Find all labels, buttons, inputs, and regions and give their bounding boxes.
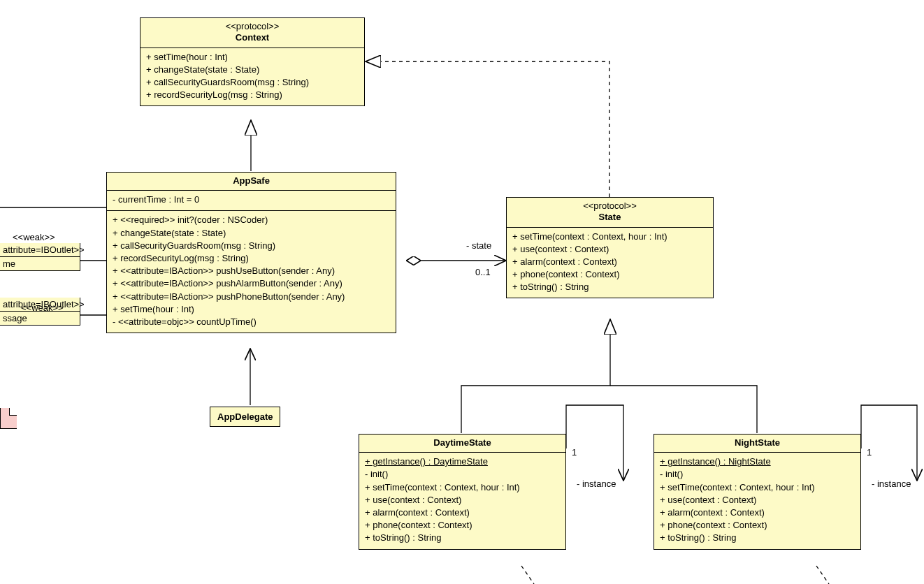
class-state[interactable]: <<protocol>> State + setTime(context : C… <box>506 197 714 298</box>
note-icon <box>0 408 17 429</box>
context-m3: + callSecurityGuardsRoom(msg : String) <box>146 76 359 89</box>
label-weak-b: <<weak>> <box>21 302 64 313</box>
appsafe-header: AppSafe <box>107 173 396 191</box>
context-methods: + setTime(hour : Int) + changeState(stat… <box>140 48 364 106</box>
class-nightstate[interactable]: NightState + getInstance() : NightState … <box>654 434 861 550</box>
night-m3: + setTime(context : Context, hour : Int) <box>660 481 855 494</box>
appsafe-m1: + <<required>> init?(coder : NSCoder) <box>113 214 390 226</box>
appsafe-m7: + <<attribute=IBAction>> pushPhoneButton… <box>113 291 390 303</box>
night-header: NightState <box>654 435 860 453</box>
label-night-instance: - instance <box>872 479 911 489</box>
context-stereotype: <<protocol>> <box>146 21 359 32</box>
daytime-m1: + getInstance() : DaytimeState <box>365 455 560 468</box>
daytime-m5: + alarm(context : Context) <box>365 506 560 519</box>
state-stereotype: <<protocol>> <box>512 200 707 212</box>
daytime-m6: + phone(context : Context) <box>365 519 560 532</box>
daytime-methods: + getInstance() : DaytimeState - init() … <box>359 453 565 548</box>
partial-iboutlet-a: attribute=IBOutlet>> me <box>0 243 80 271</box>
context-m4: + recordSecurityLog(msg : String) <box>146 89 359 101</box>
night-m6: + phone(context : Context) <box>660 519 855 532</box>
state-name: State <box>512 212 707 223</box>
svg-line-8 <box>816 566 829 584</box>
svg-line-7 <box>521 566 534 584</box>
daytime-name: DaytimeState <box>365 437 560 448</box>
class-appdelegate[interactable]: AppDelegate <box>210 407 280 427</box>
state-m2: + use(context : Context) <box>512 243 707 256</box>
appsafe-m5: + <<attribute=IBAction>> pushUseButton(s… <box>113 265 390 277</box>
context-m1: + setTime(hour : Int) <box>146 51 359 64</box>
label-weak-a: <<weak>> <box>13 232 55 242</box>
label-daytime-one: 1 <box>572 447 577 458</box>
class-context-header: <<protocol>> Context <box>140 18 364 48</box>
daytime-m4: + use(context : Context) <box>365 494 560 506</box>
appsafe-m4: + recordSecurityLog(msg : String) <box>113 252 390 265</box>
appsafe-attr1: - currentTime : Int = 0 <box>113 194 390 206</box>
state-m4: + phone(context : Context) <box>512 268 707 281</box>
daytime-m3: + setTime(context : Context, hour : Int) <box>365 481 560 494</box>
state-header: <<protocol>> State <box>507 198 713 228</box>
daytime-m2: - init() <box>365 468 560 481</box>
appsafe-m3: + callSecurityGuardsRoom(msg : String) <box>113 240 390 252</box>
state-m1: + setTime(context : Context, hour : Int) <box>512 231 707 243</box>
night-name: NightState <box>660 437 855 448</box>
state-methods: + setTime(context : Context, hour : Int)… <box>507 228 713 298</box>
label-state-mult: 0..1 <box>475 267 491 277</box>
partial-a-line2: me <box>0 257 80 270</box>
night-m4: + use(context : Context) <box>660 494 855 506</box>
class-context[interactable]: <<protocol>> Context + setTime(hour : In… <box>140 17 365 106</box>
appsafe-m8: + setTime(hour : Int) <box>113 303 390 316</box>
context-name: Context <box>146 32 359 43</box>
night-m1: + getInstance() : NightState <box>660 455 855 468</box>
class-daytimestate[interactable]: DaytimeState + getInstance() : DaytimeSt… <box>359 434 566 550</box>
appdelegate-name: AppDelegate <box>217 411 273 422</box>
appsafe-attrs: - currentTime : Int = 0 <box>107 191 396 211</box>
night-m7: + toString() : String <box>660 532 855 544</box>
state-m3: + alarm(context : Context) <box>512 256 707 268</box>
appsafe-m9: - <<attribute=objc>> countUpTime() <box>113 316 390 328</box>
appsafe-name: AppSafe <box>113 175 390 187</box>
appsafe-m6: + <<attribute=IBAction>> pushAlarmButton… <box>113 277 390 290</box>
label-state-role: - state <box>466 240 491 251</box>
state-m5: + toString() : String <box>512 281 707 293</box>
context-m2: + changeState(state : State) <box>146 64 359 76</box>
night-m5: + alarm(context : Context) <box>660 506 855 519</box>
label-night-one: 1 <box>867 447 872 458</box>
class-appsafe[interactable]: AppSafe - currentTime : Int = 0 + <<requ… <box>106 172 396 333</box>
daytime-m7: + toString() : String <box>365 532 560 544</box>
night-methods: + getInstance() : NightState - init() + … <box>654 453 860 548</box>
night-m2: - init() <box>660 468 855 481</box>
appsafe-m2: + changeState(state : State) <box>113 227 390 240</box>
partial-b-line2: ssage <box>0 312 80 325</box>
partial-a-line1: attribute=IBOutlet>> <box>0 243 80 257</box>
daytime-header: DaytimeState <box>359 435 565 453</box>
appsafe-methods: + <<required>> init?(coder : NSCoder) + … <box>107 211 396 333</box>
label-daytime-instance: - instance <box>577 479 616 489</box>
